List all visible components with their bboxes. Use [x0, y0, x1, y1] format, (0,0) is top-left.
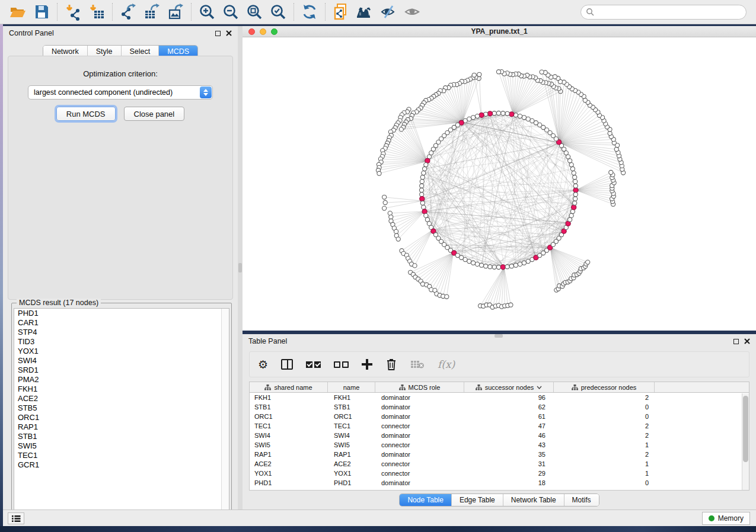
network-node[interactable] — [492, 111, 496, 116]
network-node[interactable] — [505, 111, 509, 116]
float-window-icon[interactable] — [733, 339, 739, 344]
network-dominator-node[interactable] — [487, 111, 492, 116]
search-field[interactable] — [580, 5, 747, 20]
network-node[interactable] — [423, 166, 427, 171]
task-history-button[interactable] — [8, 512, 24, 524]
tab-network-table[interactable]: Network Table — [503, 494, 564, 506]
network-node[interactable] — [425, 217, 429, 222]
table-row[interactable]: STB1STB1dominator620 — [250, 402, 749, 412]
network-dominator-node[interactable] — [509, 112, 514, 117]
network-node[interactable] — [467, 117, 471, 121]
network-node[interactable] — [522, 261, 526, 265]
vertical-splitter[interactable] — [238, 26, 243, 511]
open-folder-icon[interactable] — [6, 2, 30, 22]
mcds-result-item[interactable]: TEC1 — [14, 451, 229, 460]
table-row[interactable]: TEC1TEC1connector472 — [250, 421, 749, 431]
column-header[interactable]: successor nodes — [464, 382, 554, 392]
network-node[interactable] — [477, 72, 481, 76]
network-node[interactable] — [472, 73, 476, 77]
export-network-icon[interactable] — [116, 2, 140, 22]
tab-edge-table[interactable]: Edge Table — [452, 494, 503, 506]
network-dominator-node[interactable] — [479, 113, 484, 117]
zoom-out-icon[interactable] — [219, 2, 243, 22]
network-node[interactable] — [484, 112, 488, 116]
mcds-result-item[interactable]: SRD1 — [14, 366, 229, 375]
close-panel-icon[interactable] — [226, 30, 232, 36]
network-node[interactable] — [396, 237, 400, 241]
mcds-result-list[interactable]: PHD1CAR1STP4TID3YOX1SWI4SRD1PMA2FKH1ACE2… — [14, 308, 229, 521]
mcds-result-item[interactable]: FKH1 — [14, 384, 229, 394]
table-scrollbar-thumb[interactable] — [743, 396, 748, 462]
mcds-result-item[interactable]: SWI4 — [14, 356, 229, 366]
tab-node-table[interactable]: Node Table — [400, 494, 452, 506]
network-node[interactable] — [568, 217, 572, 222]
network-dominator-node[interactable] — [573, 188, 578, 193]
network-node[interactable] — [522, 116, 526, 120]
network-node[interactable] — [513, 113, 518, 117]
network-node[interactable] — [526, 259, 530, 264]
mcds-result-item[interactable]: STB1 — [14, 432, 229, 441]
network-dominator-node[interactable] — [500, 265, 505, 270]
table-row[interactable]: SWI4SWI4dominator462 — [250, 431, 749, 440]
column-header[interactable]: shared name — [250, 382, 328, 392]
splitter-handle[interactable] — [238, 263, 242, 273]
network-node[interactable] — [382, 195, 387, 199]
network-node[interactable] — [420, 175, 425, 180]
table-row[interactable]: ACE2ACE2connector311 — [250, 459, 749, 469]
delete-row-icon[interactable] — [385, 358, 397, 371]
network-node[interactable] — [553, 75, 557, 79]
import-network-icon[interactable] — [61, 2, 85, 22]
network-node[interactable] — [422, 171, 426, 175]
network-node[interactable] — [609, 170, 613, 174]
network-node[interactable] — [475, 114, 479, 118]
table-row[interactable]: PHD1PHD1dominator180 — [250, 478, 749, 488]
table-row[interactable]: ORC1ORC1dominator610 — [250, 412, 749, 421]
network-node[interactable] — [492, 265, 496, 269]
columns-icon[interactable] — [281, 359, 293, 370]
network-node[interactable] — [496, 70, 500, 74]
network-node[interactable] — [419, 188, 423, 192]
mcds-result-item[interactable]: STB5 — [14, 403, 229, 413]
network-node[interactable] — [568, 159, 572, 163]
network-node[interactable] — [377, 171, 381, 175]
network-node[interactable] — [445, 294, 449, 299]
network-node[interactable] — [467, 259, 471, 264]
column-header[interactable]: MCDS role — [375, 382, 464, 392]
column-header[interactable]: predecessor nodes — [554, 382, 655, 392]
network-node[interactable] — [496, 111, 500, 115]
network-node[interactable] — [614, 147, 618, 151]
network-node[interactable] — [509, 303, 513, 307]
network-node[interactable] — [484, 264, 488, 268]
mcds-result-item[interactable]: PHD1 — [14, 309, 229, 318]
mcds-result-item[interactable]: ORC1 — [14, 413, 229, 422]
network-node[interactable] — [383, 200, 387, 204]
network-node[interactable] — [573, 175, 577, 180]
horizontal-splitter-handle[interactable] — [495, 334, 503, 338]
float-window-icon[interactable] — [215, 31, 221, 36]
network-node[interactable] — [389, 215, 393, 219]
network-node[interactable] — [573, 193, 578, 197]
network-window-titlebar[interactable]: YPA_prune.txt_1 — [243, 26, 756, 37]
zoom-in-icon[interactable] — [195, 2, 219, 22]
network-dominator-node[interactable] — [572, 205, 576, 210]
mcds-result-item[interactable]: ACE2 — [14, 394, 229, 403]
mcds-result-item[interactable]: YOX1 — [14, 347, 229, 356]
result-list-scrollbar[interactable] — [221, 309, 229, 520]
network-node[interactable] — [526, 117, 530, 121]
network-node[interactable] — [518, 114, 522, 118]
network-node[interactable] — [513, 263, 518, 267]
table-row[interactable]: RAP1RAP1dominator352 — [250, 450, 749, 459]
hide-eye-icon[interactable] — [377, 2, 400, 22]
network-node[interactable] — [488, 265, 492, 269]
search-input[interactable] — [594, 6, 746, 18]
export-image-icon[interactable] — [164, 2, 187, 22]
tab-motifs[interactable]: Motifs — [564, 494, 599, 506]
add-row-icon[interactable] — [362, 359, 372, 370]
network-node[interactable] — [420, 201, 425, 205]
import-table-icon[interactable] — [85, 2, 109, 22]
network-node[interactable] — [573, 201, 577, 205]
close-panel-icon[interactable] — [744, 338, 750, 344]
network-node[interactable] — [570, 166, 575, 171]
network-node[interactable] — [573, 180, 578, 184]
network-canvas[interactable] — [243, 37, 756, 331]
